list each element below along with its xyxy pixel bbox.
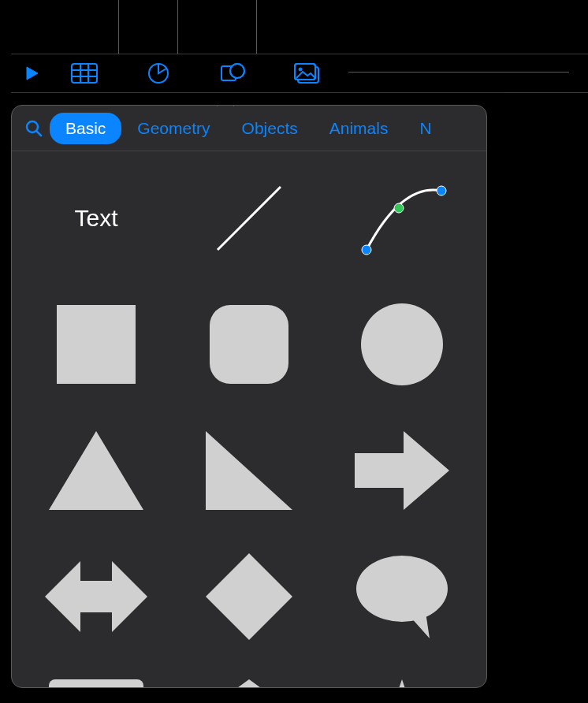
callout-line bbox=[177, 0, 178, 54]
shapes-grid: Text bbox=[12, 151, 486, 688]
search-button[interactable] bbox=[18, 113, 50, 144]
svg-point-18 bbox=[394, 203, 404, 213]
search-icon bbox=[24, 119, 43, 138]
shapes-popover: Basic Geometry Objects Animals N Text bbox=[11, 105, 487, 688]
svg-line-16 bbox=[218, 187, 281, 250]
shape-square[interactable] bbox=[45, 301, 147, 388]
svg-line-15 bbox=[36, 131, 41, 136]
callout-line bbox=[256, 0, 257, 54]
svg-point-13 bbox=[299, 68, 302, 71]
shape-callout[interactable] bbox=[45, 679, 147, 688]
svg-rect-30 bbox=[49, 679, 143, 688]
svg-point-19 bbox=[437, 186, 446, 195]
shape-curve[interactable] bbox=[351, 175, 453, 262]
insert-shape-button[interactable] bbox=[195, 54, 270, 92]
svg-point-17 bbox=[362, 245, 371, 255]
insert-table-button[interactable] bbox=[47, 54, 121, 92]
tab-geometry[interactable]: Geometry bbox=[121, 113, 225, 144]
tab-next-cutoff[interactable]: N bbox=[404, 113, 431, 144]
shape-text[interactable]: Text bbox=[45, 175, 147, 262]
tab-objects[interactable]: Objects bbox=[226, 113, 314, 144]
shape-pentagon[interactable] bbox=[198, 679, 300, 688]
svg-marker-25 bbox=[355, 431, 449, 510]
svg-marker-31 bbox=[206, 679, 292, 688]
shape-line[interactable] bbox=[198, 175, 300, 262]
svg-marker-24 bbox=[206, 431, 292, 510]
svg-marker-26 bbox=[45, 561, 147, 632]
shape-arrow-right[interactable] bbox=[351, 427, 453, 514]
tab-basic[interactable]: Basic bbox=[50, 113, 121, 144]
shapes-category-tabs: Basic Geometry Objects Animals N bbox=[12, 106, 486, 151]
svg-rect-20 bbox=[57, 305, 136, 384]
svg-marker-23 bbox=[49, 431, 143, 510]
svg-marker-0 bbox=[27, 67, 38, 80]
shape-arrow-both[interactable] bbox=[45, 553, 147, 640]
shape-diamond[interactable] bbox=[198, 553, 300, 640]
svg-rect-21 bbox=[210, 305, 288, 384]
shape-star[interactable] bbox=[351, 679, 453, 688]
popover-arrow-icon bbox=[217, 105, 234, 106]
shape-speech-bubble[interactable] bbox=[351, 553, 453, 640]
insert-media-button[interactable] bbox=[270, 54, 344, 92]
toolbar bbox=[11, 54, 588, 93]
callout-line bbox=[118, 0, 119, 54]
svg-marker-32 bbox=[359, 679, 445, 688]
tab-animals[interactable]: Animals bbox=[314, 113, 404, 144]
insert-chart-button[interactable] bbox=[121, 54, 195, 92]
shape-rounded-square[interactable] bbox=[198, 301, 300, 388]
play-button[interactable] bbox=[11, 54, 47, 92]
shape-circle[interactable] bbox=[351, 301, 453, 388]
shape-text-label: Text bbox=[74, 205, 117, 232]
svg-marker-27 bbox=[206, 553, 292, 640]
svg-point-22 bbox=[361, 303, 443, 385]
svg-point-28 bbox=[356, 556, 448, 622]
svg-rect-1 bbox=[72, 64, 97, 83]
shape-right-triangle[interactable] bbox=[198, 427, 300, 514]
shape-triangle[interactable] bbox=[45, 427, 147, 514]
